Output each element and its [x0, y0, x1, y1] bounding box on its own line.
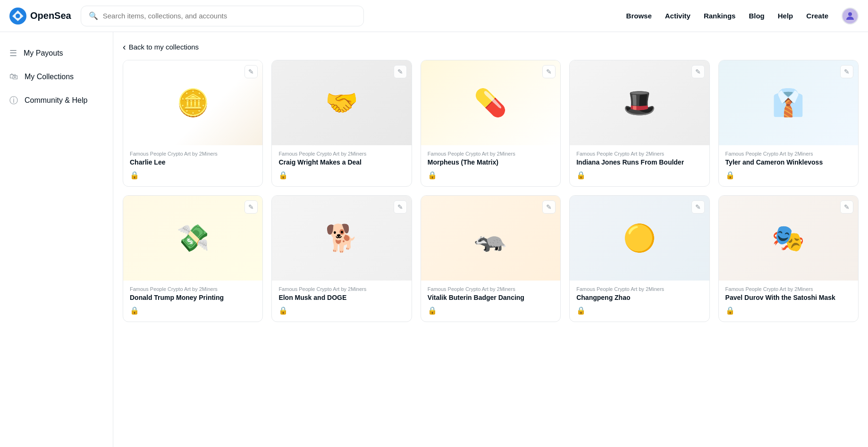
card-body: Famous People Crypto Art by 2Miners Dona… [123, 281, 262, 322]
back-arrow-icon: ‹ [123, 41, 126, 52]
card-image: 🎩 ✎ [570, 60, 709, 145]
card-lock-icon: 🔒 [428, 306, 554, 315]
card-edit-button[interactable]: ✎ [394, 65, 407, 78]
card-art-icon: 🟡 [570, 196, 709, 281]
card-body: Famous People Crypto Art by 2Miners Vita… [421, 281, 560, 322]
card-art-icon: 👔 [719, 60, 858, 145]
sidebar-label-community: Community & Help [25, 96, 87, 105]
card-collection-label: Famous People Crypto Art by 2Miners [576, 286, 702, 292]
nav-rankings[interactable]: Rankings [704, 12, 736, 20]
nft-card[interactable]: 💊 ✎ Famous People Crypto Art by 2Miners … [421, 60, 561, 187]
card-body: Famous People Crypto Art by 2Miners Morp… [421, 145, 560, 186]
collections-icon: 🛍 [9, 72, 18, 82]
nft-card[interactable]: 💸 ✎ Famous People Crypto Art by 2Miners … [123, 195, 263, 322]
card-collection-label: Famous People Crypto Art by 2Miners [130, 151, 256, 157]
card-collection-label: Famous People Crypto Art by 2Miners [278, 151, 405, 157]
help-icon: ⓘ [9, 95, 18, 106]
svg-point-2 [848, 12, 852, 16]
card-body: Famous People Crypto Art by 2Miners Pave… [719, 281, 858, 322]
sidebar-item-payouts[interactable]: ☰ My Payouts [0, 41, 113, 65]
card-lock-icon: 🔒 [725, 306, 851, 315]
card-lock-icon: 🔒 [278, 171, 405, 180]
card-image: 🦡 ✎ [421, 196, 560, 281]
card-lock-icon: 🔒 [725, 171, 851, 180]
avatar[interactable] [842, 8, 859, 25]
card-title: Elon Musk and DOGE [278, 294, 405, 301]
card-lock-icon: 🔒 [576, 306, 702, 315]
card-art-icon: 🎭 [719, 196, 858, 281]
card-collection-label: Famous People Crypto Art by 2Miners [576, 151, 702, 157]
sidebar-label-collections: My Collections [25, 73, 74, 81]
sidebar-item-community[interactable]: ⓘ Community & Help [0, 88, 113, 113]
card-edit-button[interactable]: ✎ [244, 200, 258, 214]
card-art-icon: 🎩 [570, 60, 709, 145]
card-edit-button[interactable]: ✎ [244, 65, 258, 78]
sidebar: ☰ My Payouts 🛍 My Collections ⓘ Communit… [0, 32, 113, 447]
card-art-icon: 🪙 [123, 60, 262, 145]
search-input[interactable] [103, 12, 356, 20]
sidebar-item-collections[interactable]: 🛍 My Collections [0, 65, 113, 88]
card-title: Donald Trump Money Printing [130, 294, 256, 301]
card-body: Famous People Crypto Art by 2Miners Char… [123, 145, 262, 186]
nav-blog[interactable]: Blog [749, 12, 764, 20]
main-header: OpenSea 🔍 Browse Activity Rankings Blog … [0, 0, 868, 32]
nft-card[interactable]: 🎭 ✎ Famous People Crypto Art by 2Miners … [718, 195, 859, 322]
card-edit-button[interactable]: ✎ [542, 65, 556, 78]
card-collection-label: Famous People Crypto Art by 2Miners [725, 151, 851, 157]
card-edit-button[interactable]: ✎ [542, 200, 556, 214]
page-layout: ☰ My Payouts 🛍 My Collections ⓘ Communit… [0, 32, 868, 447]
card-art-icon: 💊 [421, 60, 560, 145]
card-edit-button[interactable]: ✎ [840, 200, 853, 214]
nft-card[interactable]: 🟡 ✎ Famous People Crypto Art by 2Miners … [569, 195, 709, 322]
card-art-icon: 🤝 [272, 60, 411, 145]
search-icon: 🔍 [89, 11, 98, 20]
card-body: Famous People Crypto Art by 2Miners Elon… [272, 281, 411, 322]
nft-card[interactable]: 🎩 ✎ Famous People Crypto Art by 2Miners … [569, 60, 709, 187]
card-image: 🪙 ✎ [123, 60, 262, 145]
nav-create[interactable]: Create [806, 12, 828, 20]
nft-card[interactable]: 🤝 ✎ Famous People Crypto Art by 2Miners … [271, 60, 412, 187]
card-title: Craig Wright Makes a Deal [278, 158, 405, 166]
logo[interactable]: OpenSea [9, 8, 71, 25]
nft-card[interactable]: 👔 ✎ Famous People Crypto Art by 2Miners … [718, 60, 859, 187]
card-body: Famous People Crypto Art by 2Miners Chan… [570, 281, 709, 322]
card-title: Vitalik Buterin Badger Dancing [428, 294, 554, 301]
card-image: 🤝 ✎ [272, 60, 411, 145]
opensea-logo-icon [9, 8, 26, 25]
card-image: 💊 ✎ [421, 60, 560, 145]
card-lock-icon: 🔒 [130, 171, 256, 180]
nft-card[interactable]: 🐕 ✎ Famous People Crypto Art by 2Miners … [271, 195, 412, 322]
card-title: Tyler and Cameron Winklevoss [725, 158, 851, 166]
card-edit-button[interactable]: ✎ [691, 200, 705, 214]
nav-activity[interactable]: Activity [665, 12, 691, 20]
card-edit-button[interactable]: ✎ [394, 200, 407, 214]
card-collection-label: Famous People Crypto Art by 2Miners [130, 286, 256, 292]
nft-grid: 🪙 ✎ Famous People Crypto Art by 2Miners … [123, 60, 859, 322]
search-bar[interactable]: 🔍 [81, 6, 364, 26]
card-image: 🐕 ✎ [272, 196, 411, 281]
nav-browse[interactable]: Browse [626, 12, 652, 20]
sidebar-label-payouts: My Payouts [24, 49, 63, 58]
svg-point-1 [16, 14, 20, 18]
card-image: 👔 ✎ [719, 60, 858, 145]
card-lock-icon: 🔒 [428, 171, 554, 180]
card-body: Famous People Crypto Art by 2Miners Tyle… [719, 145, 858, 186]
back-button-label: Back to my collections [129, 43, 199, 51]
nav-help[interactable]: Help [778, 12, 793, 20]
back-button[interactable]: ‹ Back to my collections [123, 32, 859, 60]
main-nav: Browse Activity Rankings Blog Help Creat… [617, 8, 859, 25]
card-body: Famous People Crypto Art by 2Miners Crai… [272, 145, 411, 186]
card-body: Famous People Crypto Art by 2Miners Indi… [570, 145, 709, 186]
card-lock-icon: 🔒 [278, 306, 405, 315]
card-title: Charlie Lee [130, 158, 256, 166]
nft-card[interactable]: 🪙 ✎ Famous People Crypto Art by 2Miners … [123, 60, 263, 187]
card-edit-button[interactable]: ✎ [840, 65, 853, 78]
card-title: Morpheus (The Matrix) [428, 158, 554, 166]
avatar-icon [844, 10, 856, 22]
card-title: Changpeng Zhao [576, 294, 702, 301]
payouts-icon: ☰ [9, 48, 17, 58]
card-image: 💸 ✎ [123, 196, 262, 281]
card-edit-button[interactable]: ✎ [691, 65, 705, 78]
nft-card[interactable]: 🦡 ✎ Famous People Crypto Art by 2Miners … [421, 195, 561, 322]
card-art-icon: 🦡 [421, 196, 560, 281]
